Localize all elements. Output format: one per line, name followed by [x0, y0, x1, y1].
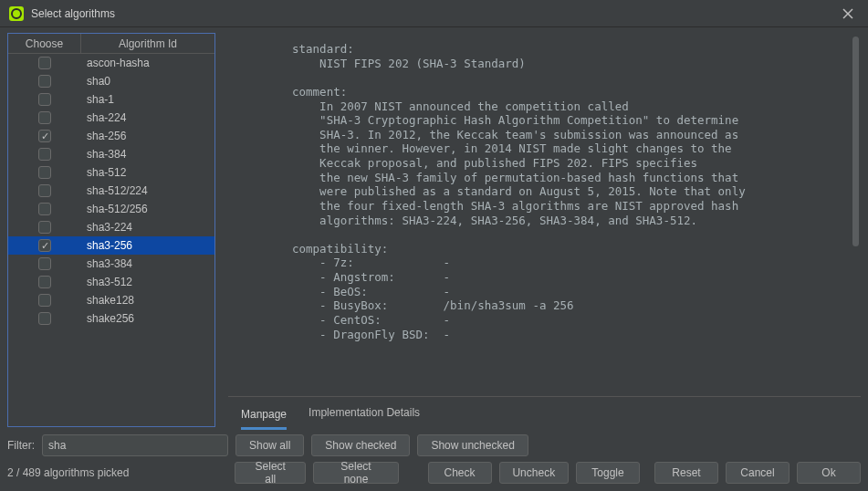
cell-algorithm-id: sha-224: [81, 111, 214, 124]
show-unchecked-button[interactable]: Show unchecked: [417, 434, 528, 456]
detail-view: standard: NIST FIPS 202 (SHA-3 Standard)…: [228, 33, 861, 396]
table-row[interactable]: shake256: [8, 309, 214, 328]
row-checkbox[interactable]: [38, 221, 51, 234]
check-button[interactable]: Check: [428, 462, 492, 484]
cell-algorithm-id: sha0: [81, 75, 214, 88]
show-checked-button[interactable]: Show checked: [311, 434, 410, 456]
cell-choose: [8, 111, 81, 124]
cell-choose: [8, 148, 81, 161]
row-checkbox[interactable]: [38, 111, 51, 124]
algorithm-table: Choose Algorithm Id ascon-hashasha0sha-1…: [7, 33, 215, 427]
cell-algorithm-id: sha-512/256: [81, 203, 214, 215]
close-button[interactable]: [837, 3, 859, 25]
cell-choose: [8, 312, 81, 325]
cell-algorithm-id: sha3-384: [81, 257, 214, 270]
col-header-algorithm-id[interactable]: Algorithm Id: [81, 34, 214, 53]
picked-status: 2 / 489 algorithms picked: [7, 466, 227, 479]
row-checkbox[interactable]: [38, 203, 51, 215]
detail-tabs: Manpage Implementation Details: [228, 396, 861, 427]
tab-manpage[interactable]: Manpage: [241, 404, 287, 430]
cell-algorithm-id: shake128: [81, 294, 214, 307]
cell-choose: [8, 294, 81, 307]
table-row[interactable]: sha3-256: [8, 236, 214, 255]
row-checkbox[interactable]: [38, 239, 51, 252]
row-checkbox[interactable]: [38, 75, 51, 88]
close-icon: [842, 8, 853, 19]
filter-input[interactable]: [42, 434, 228, 456]
window-title: Select algorithms: [31, 7, 837, 20]
cell-algorithm-id: sha-512: [81, 166, 214, 179]
detail-text: standard: NIST FIPS 202 (SHA-3 Standard)…: [228, 33, 861, 396]
cell-choose: [8, 57, 81, 69]
cell-algorithm-id: sha-512/224: [81, 184, 214, 197]
table-row[interactable]: sha3-224: [8, 218, 214, 236]
col-header-choose[interactable]: Choose: [8, 34, 81, 53]
row-checkbox[interactable]: [38, 312, 51, 325]
row-checkbox[interactable]: [38, 294, 51, 307]
row-checkbox[interactable]: [38, 166, 51, 179]
cell-choose: [8, 75, 81, 88]
cell-algorithm-id: sha-1: [81, 93, 214, 106]
table-row[interactable]: sha-512: [8, 163, 214, 182]
table-header: Choose Algorithm Id: [8, 34, 214, 54]
cell-choose: [8, 166, 81, 179]
row-checkbox[interactable]: [38, 276, 51, 288]
cell-choose: [8, 130, 81, 142]
cell-choose: [8, 203, 81, 215]
cell-algorithm-id: sha3-224: [81, 221, 214, 234]
cell-choose: [8, 276, 81, 288]
row-checkbox[interactable]: [38, 148, 51, 161]
algorithm-table-pane: Choose Algorithm Id ascon-hashasha0sha-1…: [7, 33, 215, 427]
table-row[interactable]: sha-512/224: [8, 182, 214, 200]
detail-scrollbar[interactable]: [852, 37, 859, 246]
table-row[interactable]: sha-256: [8, 127, 214, 145]
show-all-button[interactable]: Show all: [235, 434, 304, 456]
cell-choose: [8, 221, 81, 234]
table-body[interactable]: ascon-hashasha0sha-1sha-224sha-256sha-38…: [8, 54, 214, 426]
table-row[interactable]: shake128: [8, 291, 214, 309]
table-row[interactable]: sha-1: [8, 90, 214, 109]
detail-pane: standard: NIST FIPS 202 (SHA-3 Standard)…: [228, 33, 861, 427]
table-row[interactable]: ascon-hasha: [8, 54, 214, 72]
row-checkbox[interactable]: [38, 130, 51, 142]
cell-choose: [8, 257, 81, 270]
table-row[interactable]: sha3-512: [8, 273, 214, 291]
titlebar: Select algorithms: [0, 0, 868, 27]
ok-button[interactable]: Ok: [797, 462, 861, 484]
select-all-button[interactable]: Select all: [235, 462, 307, 484]
row-checkbox[interactable]: [38, 57, 51, 69]
cell-algorithm-id: ascon-hasha: [81, 57, 214, 69]
cell-algorithm-id: sha3-512: [81, 276, 214, 288]
table-row[interactable]: sha-224: [8, 109, 214, 127]
table-row[interactable]: sha-384: [8, 145, 214, 163]
table-row[interactable]: sha0: [8, 72, 214, 90]
cell-algorithm-id: sha-256: [81, 130, 214, 142]
app-icon: [9, 6, 24, 21]
uncheck-button[interactable]: Uncheck: [499, 462, 569, 484]
cell-choose: [8, 239, 81, 252]
filter-label: Filter:: [7, 439, 35, 452]
reset-button[interactable]: Reset: [654, 462, 718, 484]
select-none-button[interactable]: Select none: [313, 462, 398, 484]
cell-choose: [8, 93, 81, 106]
cancel-button[interactable]: Cancel: [726, 462, 790, 484]
row-checkbox[interactable]: [38, 93, 51, 106]
table-row[interactable]: sha3-384: [8, 255, 214, 273]
toggle-button[interactable]: Toggle: [576, 462, 640, 484]
table-row[interactable]: sha-512/256: [8, 200, 214, 218]
row-checkbox[interactable]: [38, 257, 51, 270]
row-checkbox[interactable]: [38, 184, 51, 197]
cell-algorithm-id: shake256: [81, 312, 214, 325]
tab-implementation-details[interactable]: Implementation Details: [309, 402, 420, 423]
cell-algorithm-id: sha3-256: [81, 239, 214, 252]
cell-choose: [8, 184, 81, 197]
cell-algorithm-id: sha-384: [81, 148, 214, 161]
